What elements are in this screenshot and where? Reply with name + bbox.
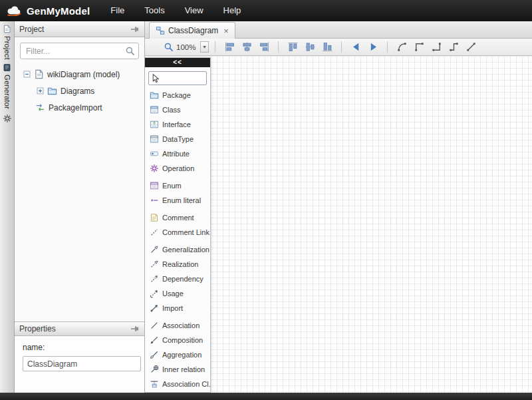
diagram-toolbar: 100% ▾	[145, 39, 532, 56]
align-left-button[interactable]	[221, 40, 237, 54]
link-step-button[interactable]	[446, 40, 462, 54]
filter-input[interactable]	[20, 43, 139, 59]
association-icon	[150, 321, 159, 330]
pin-icon[interactable]	[130, 25, 140, 34]
close-icon[interactable]: ×	[223, 27, 229, 35]
sidebar-tab-project[interactable]: Project	[3, 25, 11, 60]
link-elbow-horizontal-icon	[431, 41, 442, 53]
palette-item-import[interactable]: Import	[145, 301, 210, 315]
link-straight-button[interactable]	[463, 40, 479, 54]
palette-item-aggregation[interactable]: Aggregation	[145, 347, 210, 362]
editor-area: ClassDiagram × 100% ▾	[145, 21, 532, 393]
attribute-icon	[150, 149, 159, 158]
align-middle-button[interactable]	[302, 40, 318, 54]
tree-row-diagrams[interactable]: Diagrams	[15, 83, 144, 99]
diagrams-folder-icon	[47, 86, 57, 96]
menu-help[interactable]: Help	[213, 0, 251, 21]
expand-toggle-icon[interactable]	[37, 87, 44, 95]
tree-node-label: PackageImport	[49, 103, 102, 112]
model-icon	[34, 69, 44, 79]
link-straight-icon	[466, 41, 477, 53]
link-curved-button[interactable]	[394, 40, 410, 54]
comment-link-icon	[150, 228, 159, 237]
arrow-right-button[interactable]	[365, 40, 381, 54]
palette-item-datatype[interactable]: DataType	[145, 132, 210, 146]
name-field[interactable]	[23, 356, 141, 371]
palette: << Package Class Interface DataType Attr…	[145, 57, 211, 393]
project-panel: Project wikiDiagram (model) Diagrams	[15, 21, 144, 321]
align-top-button[interactable]	[285, 40, 301, 54]
arrow-left-button[interactable]	[348, 40, 364, 54]
palette-item-label: Enum	[162, 182, 182, 190]
tree-row-wikidiagram[interactable]: wikiDiagram (model)	[15, 66, 144, 83]
menu-bar: GenMyModel File Tools View Help	[0, 0, 532, 21]
menu-view[interactable]: View	[175, 0, 213, 21]
package-icon	[150, 91, 159, 100]
palette-item-comment-link[interactable]: Comment Link	[145, 225, 210, 240]
palette-item-composition[interactable]: Composition	[145, 333, 210, 347]
brand-name: GenMyModel	[27, 5, 90, 17]
palette-group: Comment Comment Link	[145, 210, 210, 240]
association-class-icon	[150, 379, 159, 389]
palette-group: Enum Enum literal	[145, 178, 210, 208]
gear-icon[interactable]	[3, 114, 12, 123]
pin-icon[interactable]	[130, 324, 140, 333]
enum-icon	[150, 181, 159, 190]
palette-item-association[interactable]: Association	[145, 318, 210, 333]
tree-row-packageimport[interactable]: PackageImport	[15, 99, 144, 116]
palette-item-usage[interactable]: Usage	[145, 286, 210, 301]
selection-tool[interactable]	[148, 71, 207, 85]
palette-group: Package Class Interface DataType Attribu…	[145, 88, 210, 176]
diagram-icon	[156, 26, 165, 35]
sidebar-tab-generator[interactable]: Generator	[3, 63, 11, 109]
tab-classdiagram[interactable]: ClassDiagram ×	[149, 22, 235, 39]
palette-item-interface[interactable]: Interface	[145, 117, 210, 132]
palette-item-class[interactable]: Class	[145, 102, 210, 117]
properties-panel-header: Properties	[15, 321, 144, 336]
palette-item-enum[interactable]: Enum	[145, 178, 210, 193]
palette-collapse-button[interactable]: <<	[145, 58, 210, 67]
link-elbow-horizontal-button[interactable]	[428, 40, 444, 54]
align-right-button[interactable]	[256, 40, 272, 54]
align-bottom-button[interactable]	[319, 40, 335, 54]
palette-item-comment[interactable]: Comment	[145, 210, 210, 225]
palette-item-operation[interactable]: Operation	[145, 161, 210, 176]
menu-tools[interactable]: Tools	[134, 0, 174, 21]
aggregation-icon	[150, 350, 159, 359]
tree-node-label: Diagrams	[61, 87, 94, 96]
link-elbow-vertical-button[interactable]	[411, 40, 427, 54]
diagram-canvas[interactable]: << Package Class Interface DataType Attr…	[145, 56, 532, 393]
palette-item-attribute[interactable]: Attribute	[145, 146, 210, 161]
palette-item-package[interactable]: Package	[145, 88, 210, 102]
palette-item-dependency[interactable]: Dependency	[145, 272, 210, 286]
palette-item-label: Inner relation	[162, 365, 205, 373]
palette-item-realization[interactable]: Realization	[145, 257, 210, 272]
palette-item-inner-relation[interactable]: Inner relation	[145, 362, 210, 377]
properties-panel-title: Properties	[19, 324, 56, 333]
side-strip: Project Generator	[0, 21, 15, 393]
align-center-button[interactable]	[239, 40, 255, 54]
palette-item-enum-literal[interactable]: Enum literal	[145, 193, 210, 208]
palette-item-label: Package	[162, 91, 191, 99]
toolbar-separator	[215, 41, 215, 53]
zoom-dropdown-button[interactable]: ▾	[200, 41, 209, 53]
toolbar-separator	[278, 41, 279, 53]
filter-box	[20, 43, 139, 59]
comment-icon	[150, 213, 159, 222]
align-left-icon	[224, 41, 235, 53]
usage-icon	[150, 289, 159, 298]
palette-item-label: Comment	[162, 214, 194, 222]
palette-item-association-class[interactable]: Association Cl...	[145, 377, 210, 391]
palette-group: Generalization Realization Dependency Us…	[145, 242, 210, 315]
generalization-icon	[150, 245, 159, 254]
palette-item-label: Composition	[162, 336, 203, 344]
palette-item-label: Realization	[162, 260, 198, 268]
palette-item-generalization[interactable]: Generalization	[145, 242, 210, 257]
menu-file[interactable]: File	[100, 0, 134, 21]
arrow-left-icon	[350, 41, 362, 53]
realization-icon	[150, 260, 159, 269]
tab-label: ClassDiagram	[168, 26, 218, 35]
zoom-control[interactable]: 100% ▾	[164, 41, 209, 53]
collapse-toggle-icon[interactable]	[23, 71, 31, 78]
datatype-icon	[150, 134, 159, 144]
